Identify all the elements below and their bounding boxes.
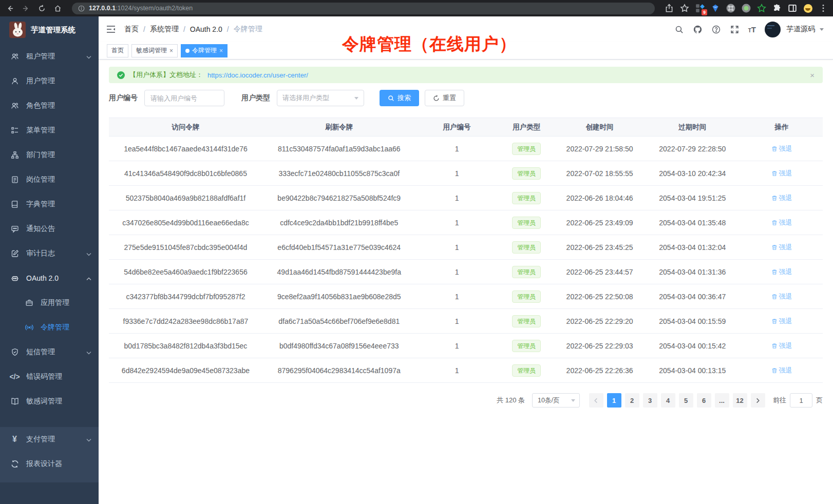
sidebar-item-role[interactable]: 角色管理 — [0, 93, 99, 118]
sidebar-item-oauth-app[interactable]: 应用管理 — [0, 290, 99, 315]
sidebar-item-tenant[interactable]: 租户管理 — [0, 44, 99, 69]
more-pages-button[interactable]: ... — [715, 393, 729, 408]
next-page-button[interactable] — [751, 393, 765, 408]
access-token-cell: 41c41346a548490f9dc8b01c6bfe0865 — [109, 169, 262, 178]
username[interactable]: 芋道源码 — [786, 25, 815, 34]
table-header: 访问令牌 刷新令牌 用户编号 用户类型 创建时间 过期时间 操作 — [109, 118, 823, 137]
sidebar-item-notice[interactable]: 通知公告 — [0, 217, 99, 241]
breadcrumb-oauth[interactable]: OAuth 2.0 — [190, 25, 222, 33]
fullscreen-icon[interactable] — [730, 25, 740, 34]
force-logout-button[interactable]: 强退 — [771, 341, 792, 351]
force-logout-button[interactable]: 强退 — [771, 366, 792, 375]
menu-dots-icon[interactable] — [819, 4, 828, 13]
breadcrumb: 首页 / 系统管理 / OAuth 2.0 / 令牌管理 — [124, 25, 262, 34]
sidebar-item-post[interactable]: 岗位管理 — [0, 167, 99, 192]
close-icon[interactable]: × — [219, 48, 223, 54]
page-button-6[interactable]: 6 — [697, 393, 711, 408]
collapse-sidebar-icon[interactable] — [106, 24, 116, 34]
sidebar-item-audit-log[interactable]: 审计日志 — [0, 241, 99, 266]
access-token-cell: f9336e7c7dd242a283ee98dc86b17a87 — [109, 317, 262, 325]
page-button-5[interactable]: 5 — [679, 393, 693, 408]
sidebar-item-report-designer[interactable]: 报表设计器 — [0, 452, 99, 476]
created-time-cell: 2022-06-25 23:45:25 — [555, 243, 645, 251]
reset-button[interactable]: 重置 — [425, 90, 464, 106]
sidebar-item-menu[interactable]: 菜单管理 — [0, 118, 99, 143]
gem-icon[interactable] — [711, 4, 720, 13]
page-size-select[interactable]: 10条/页 — [532, 393, 580, 408]
force-logout-button[interactable]: 强退 — [771, 317, 792, 326]
forward-icon[interactable] — [21, 4, 30, 13]
force-logout-button[interactable]: 强退 — [771, 243, 792, 252]
chevron-down-icon — [86, 52, 91, 61]
github-icon[interactable] — [693, 25, 703, 34]
user-id-input[interactable] — [144, 90, 224, 106]
prev-page-button[interactable] — [589, 393, 603, 408]
doc-link[interactable]: https://doc.iocoder.cn/user-center/ — [207, 71, 308, 79]
force-logout-button[interactable]: 强退 — [771, 169, 792, 178]
extension-grid-icon[interactable]: 9 — [695, 4, 705, 13]
table-row: 502375b8040a469a9b82188afdf6af1f be90422… — [109, 186, 823, 210]
close-icon[interactable]: × — [169, 48, 173, 54]
user-icon — [10, 77, 19, 86]
created-time-cell: 2022-06-25 23:44:57 — [555, 268, 645, 276]
refresh-token-cell: b0df4980ffd34c67a08f9156e4eee733 — [262, 342, 416, 350]
sidebar-item-sensitive[interactable]: 敏感词管理 — [0, 389, 99, 414]
page-button-4[interactable]: 4 — [661, 393, 675, 408]
bookmark-star-icon[interactable] — [680, 4, 689, 13]
breadcrumb-home[interactable]: 首页 — [124, 25, 139, 34]
force-logout-button[interactable]: 强退 — [771, 267, 792, 277]
sidebar-item-sms[interactable]: 短信管理 — [0, 340, 99, 364]
search-button[interactable]: 搜索 — [380, 90, 419, 106]
sidebar-panel-icon[interactable] — [788, 4, 797, 13]
back-icon[interactable] — [5, 4, 14, 13]
page-button-3[interactable]: 3 — [643, 393, 657, 408]
tab-token[interactable]: 令牌管理× — [181, 44, 228, 57]
sidebar-item-oauth-token[interactable]: 令牌管理 — [0, 315, 99, 340]
avatar[interactable] — [765, 22, 781, 37]
expire-time-cell: 2054-03-04 00:36:47 — [644, 293, 741, 301]
caret-down-icon[interactable] — [820, 28, 824, 31]
expire-time-cell: 2054-03-04 01:35:48 — [644, 219, 741, 227]
search-icon[interactable] — [674, 25, 684, 34]
reload-icon[interactable] — [37, 4, 46, 13]
book-icon — [10, 200, 19, 209]
url-bar[interactable]: 127.0.0.1:1024/system/oauth2/token — [72, 3, 655, 14]
org-tree-icon — [10, 151, 19, 160]
profile-emoji-icon[interactable] — [803, 4, 812, 13]
sidebar-item-oauth[interactable]: OAuth 2.0 — [0, 266, 99, 290]
force-logout-button[interactable]: 强退 — [771, 144, 792, 153]
access-token-cell: b0d1785bc3a8482f812db4a3f3bd15ec — [109, 342, 262, 350]
tab-home[interactable]: 首页 — [107, 44, 128, 57]
record-icon[interactable] — [742, 4, 751, 13]
sidebar-item-pay[interactable]: ¥ 支付管理 — [0, 427, 99, 452]
share-icon[interactable] — [665, 4, 674, 13]
command-icon[interactable] — [726, 4, 735, 13]
force-logout-button[interactable]: 强退 — [771, 193, 792, 203]
robot-icon — [10, 274, 19, 283]
sidebar-item-dict[interactable]: 字典管理 — [0, 192, 99, 217]
force-logout-button[interactable]: 强退 — [771, 218, 792, 227]
force-logout-button[interactable]: 强退 — [771, 292, 792, 301]
table-row: 6d842e2924594de9a09e45e087323abe 8796295… — [109, 358, 823, 383]
font-size-icon[interactable]: TT — [748, 25, 756, 34]
page-button-2[interactable]: 2 — [625, 393, 639, 408]
user-type-select[interactable]: 请选择用户类型 — [277, 90, 364, 106]
expire-time-cell: 2022-07-29 22:28:50 — [644, 145, 741, 153]
tab-sensitive[interactable]: 敏感词管理× — [131, 44, 178, 57]
home-icon[interactable] — [53, 4, 62, 13]
sidebar-item-user[interactable]: 用户管理 — [0, 69, 99, 93]
page-button-12[interactable]: 12 — [733, 393, 747, 408]
green-star-icon[interactable] — [757, 4, 766, 13]
page-button-1[interactable]: 1 — [607, 393, 621, 408]
close-icon[interactable]: × — [810, 71, 815, 80]
sync-circle-icon — [10, 460, 19, 469]
user-type-badge: 管理员 — [512, 290, 541, 303]
user-type-badge: 管理员 — [512, 241, 541, 254]
sidebar-item-dept[interactable]: 部门管理 — [0, 143, 99, 167]
puzzle-icon[interactable] — [772, 4, 782, 13]
goto-page-input[interactable] — [790, 393, 812, 408]
breadcrumb-system[interactable]: 系统管理 — [150, 25, 179, 34]
help-icon[interactable] — [711, 25, 721, 34]
user-type-badge: 管理员 — [512, 266, 541, 278]
sidebar-item-errcode[interactable]: </> 错误码管理 — [0, 364, 99, 389]
